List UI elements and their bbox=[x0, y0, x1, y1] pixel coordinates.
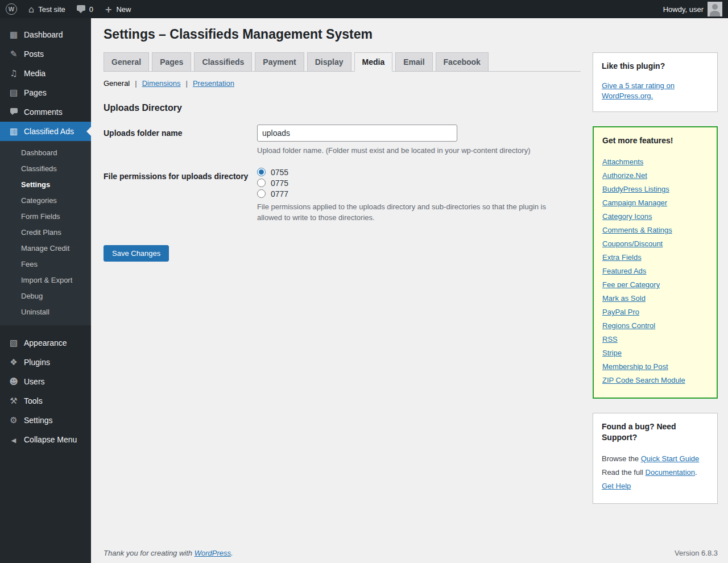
classified-ads-submenu: DashboardClassifiedsSettingsCategoriesFo… bbox=[0, 141, 91, 325]
settings-tab[interactable]: Media bbox=[354, 52, 393, 72]
feature-link[interactable]: Mark as Sold bbox=[602, 292, 646, 305]
menu-item[interactable]: Posts bbox=[0, 44, 91, 64]
settings-tab[interactable]: Classifieds bbox=[194, 52, 252, 71]
comments-menu[interactable]: 0 bbox=[71, 0, 99, 18]
subnav-link[interactable]: Dimensions bbox=[142, 79, 181, 88]
menu-item[interactable]: Appearance bbox=[0, 333, 91, 353]
wordpress-link[interactable]: WordPress bbox=[195, 549, 231, 557]
footer: Thank you for creating with WordPress. V… bbox=[104, 549, 718, 557]
menu-item[interactable]: Tools bbox=[0, 391, 91, 411]
quick-start-guide-link[interactable]: Quick Start Guide bbox=[641, 454, 700, 463]
feature-link[interactable]: Extra Fields bbox=[602, 251, 642, 264]
menu-item-label: Appearance bbox=[24, 338, 67, 347]
support-read-line: Read the full Documentation. bbox=[602, 466, 709, 479]
new-label: New bbox=[116, 5, 131, 14]
file-permissions-row: File permissions for uploads directory 0… bbox=[104, 168, 581, 223]
feature-link[interactable]: BuddyPress Listings bbox=[602, 183, 669, 196]
menu-item[interactable]: Plugins bbox=[0, 353, 91, 372]
plugins-icon bbox=[8, 358, 19, 367]
permission-option-label: 0777 bbox=[271, 189, 288, 198]
subnav-link[interactable]: General bbox=[104, 79, 130, 88]
menu-item[interactable]: Comments bbox=[0, 102, 91, 122]
feature-link[interactable]: Stripe bbox=[602, 346, 622, 360]
support-browse-text: Browse the bbox=[602, 454, 641, 463]
submenu-item[interactable]: Settings bbox=[0, 177, 91, 193]
save-changes-button[interactable]: Save Changes bbox=[104, 245, 169, 262]
submenu-item[interactable]: Categories bbox=[0, 193, 91, 209]
wordpress-logo-menu[interactable]: W bbox=[0, 0, 23, 18]
subnav-item: Presentation bbox=[181, 79, 234, 88]
settings-tab[interactable]: Pages bbox=[152, 52, 191, 71]
feature-link[interactable]: Authorize.Net bbox=[602, 169, 647, 183]
new-content-menu[interactable]: + New bbox=[99, 0, 136, 18]
permission-option[interactable]: 0775 bbox=[257, 179, 581, 188]
submenu-item[interactable]: Classifieds bbox=[0, 161, 91, 177]
permission-radio[interactable] bbox=[257, 168, 266, 176]
menu-item[interactable]: Classified Ads bbox=[0, 122, 91, 141]
submenu-item[interactable]: Credit Plans bbox=[0, 225, 91, 241]
menu-item[interactable]: Media bbox=[0, 64, 91, 83]
menu-item-label: Comments bbox=[24, 107, 63, 117]
tools-icon bbox=[8, 397, 19, 405]
permission-option[interactable]: 0777 bbox=[257, 189, 581, 198]
submenu-item[interactable]: Fees bbox=[0, 256, 91, 272]
section-title: Uploads Directory bbox=[104, 103, 581, 113]
feature-link[interactable]: Attachments bbox=[602, 155, 643, 169]
features-widget-title: Get more features! bbox=[602, 135, 708, 146]
menu-item-label: Dashboard bbox=[24, 30, 63, 39]
permission-option[interactable]: 0755 bbox=[257, 168, 581, 177]
feature-link[interactable]: RSS bbox=[602, 333, 618, 346]
permission-radio[interactable] bbox=[257, 189, 266, 198]
settings-tab[interactable]: Display bbox=[307, 52, 351, 71]
subnav-link[interactable]: Presentation bbox=[193, 79, 234, 88]
menu-item[interactable]: Users bbox=[0, 372, 91, 391]
uploads-folder-input[interactable] bbox=[257, 125, 457, 142]
submenu-item[interactable]: Form Fields bbox=[0, 209, 91, 225]
file-permissions-help: File permissions applied to the uploads … bbox=[257, 202, 550, 223]
feature-link[interactable]: Category Icons bbox=[602, 210, 652, 223]
permission-radio[interactable] bbox=[257, 179, 266, 187]
feature-link[interactable]: Membership to Post bbox=[602, 360, 668, 374]
menu-item[interactable]: Dashboard bbox=[0, 25, 91, 44]
settings-tab[interactable]: Email bbox=[395, 52, 432, 71]
menu-item[interactable]: Collapse Menu bbox=[0, 430, 91, 449]
submenu-item[interactable]: Manage Credit bbox=[0, 241, 91, 256]
menu-item-label: Settings bbox=[24, 416, 53, 425]
footer-thanks-period: . bbox=[231, 549, 233, 557]
support-widget-title: Found a bug? Need Support? bbox=[602, 421, 709, 443]
users-icon bbox=[8, 378, 19, 386]
submenu-item[interactable]: Debug bbox=[0, 288, 91, 304]
submenu-item[interactable]: Import & Export bbox=[0, 272, 91, 288]
settings-tab[interactable]: Facebook bbox=[436, 52, 489, 71]
documentation-link[interactable]: Documentation bbox=[646, 468, 695, 477]
menu-item-label: Plugins bbox=[24, 358, 50, 367]
feature-link[interactable]: PayPal Pro bbox=[602, 305, 639, 319]
settings-tabs: GeneralPagesClassifiedsPaymentDisplayMed… bbox=[104, 52, 581, 72]
submenu-item[interactable]: Dashboard bbox=[0, 145, 91, 161]
site-name-menu[interactable]: ⌂ Test site bbox=[23, 0, 71, 18]
support-read-text: Read the full bbox=[602, 468, 646, 477]
rating-link[interactable]: Give a 5 star rating on WordPress.org. bbox=[602, 81, 709, 101]
menu-item[interactable]: Settings bbox=[0, 411, 91, 430]
feature-link[interactable]: Fee per Category bbox=[602, 278, 660, 292]
footer-thanks: Thank you for creating with WordPress. bbox=[104, 549, 233, 557]
menu-item-label: Users bbox=[24, 377, 45, 386]
feature-link[interactable]: Comments & Ratings bbox=[602, 223, 672, 237]
feature-link[interactable]: Campaign Manager bbox=[602, 196, 667, 210]
settings-tab[interactable]: General bbox=[104, 52, 149, 71]
menu-item[interactable]: Pages bbox=[0, 83, 91, 102]
my-account-menu[interactable]: Howdy, user bbox=[657, 0, 728, 18]
dashboard-icon bbox=[8, 31, 19, 39]
settings-tab[interactable]: Payment bbox=[255, 52, 304, 71]
feature-link[interactable]: ZIP Code Search Module bbox=[602, 374, 685, 387]
feature-link[interactable]: Featured Ads bbox=[602, 264, 646, 278]
settings-icon bbox=[8, 416, 19, 425]
feature-link[interactable]: Regions Control bbox=[602, 319, 655, 333]
feature-link[interactable]: Coupons/Discount bbox=[602, 237, 663, 251]
get-help-link[interactable]: Get Help bbox=[602, 482, 631, 490]
submenu-item[interactable]: Uninstall bbox=[0, 304, 91, 320]
rating-widget-title: Like this plugin? bbox=[602, 61, 709, 72]
site-name-label: Test site bbox=[38, 5, 65, 14]
comments-count: 0 bbox=[89, 5, 93, 14]
collapse-icon bbox=[8, 436, 19, 444]
